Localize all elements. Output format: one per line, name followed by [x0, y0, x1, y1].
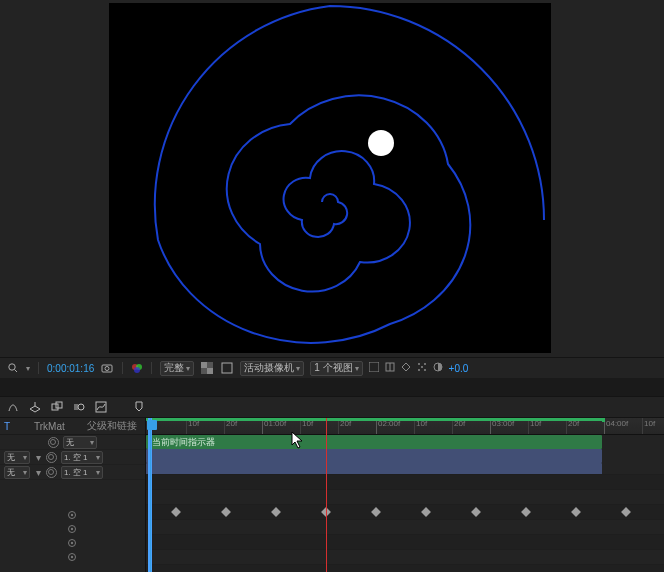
timeline-track-area[interactable]: 10f20f01:00f10f20f02:00f10f20f03:00f10f2… [146, 418, 664, 572]
svg-rect-10 [222, 363, 232, 373]
resolution-label: 完整 [164, 361, 184, 375]
layer-bar-1[interactable]: 当前时间指示器 [146, 435, 602, 449]
pickwhip-icon[interactable] [48, 437, 59, 448]
property-row[interactable] [0, 508, 145, 522]
snapshot-icon[interactable] [100, 361, 114, 375]
keyframe-diamond[interactable] [221, 507, 231, 517]
layer-row-2[interactable]: 无▾ ▾ 1. 空 1▾ [0, 450, 145, 465]
timeline-toolbar [0, 397, 664, 418]
layer-row-1[interactable]: 无▾ [0, 435, 145, 450]
cti-line[interactable] [150, 418, 151, 572]
composition-preview[interactable] [0, 0, 664, 357]
svg-point-34 [71, 556, 73, 558]
track-row[interactable] [146, 535, 664, 550]
svg-line-1 [15, 370, 18, 373]
time-ruler[interactable]: 10f20f01:00f10f20f02:00f10f20f03:00f10f2… [146, 418, 664, 435]
track-row[interactable] [146, 520, 664, 535]
svg-point-16 [424, 363, 426, 365]
svg-rect-11 [369, 362, 379, 372]
svg-point-17 [418, 369, 420, 371]
current-timecode[interactable]: 0:00:01:16 [47, 363, 94, 374]
ruler-tick-label: 10f [644, 419, 655, 428]
property-row[interactable] [0, 522, 145, 536]
parent-dropdown-3[interactable]: 1. 空 1▾ [61, 466, 103, 479]
keyframe-nav-icon[interactable] [66, 551, 78, 563]
svg-point-18 [424, 369, 426, 371]
svg-point-22 [78, 404, 84, 410]
svg-point-3 [105, 367, 109, 371]
spiral-path-graphic [110, 4, 550, 352]
svg-point-14 [421, 366, 423, 368]
timeline-layer-list: T TrkMat 父级和链接 无▾ 无▾ ▾ 1. 空 1▾ 无▾ [0, 418, 146, 572]
mask-toggle-icon[interactable] [220, 361, 234, 375]
exposure-icon[interactable] [433, 362, 443, 374]
svg-point-30 [71, 528, 73, 530]
tool-comp-mini-flow-icon[interactable] [6, 400, 20, 414]
keyframe-diamond[interactable] [621, 507, 631, 517]
transparency-grid-icon[interactable] [200, 361, 214, 375]
keyframe-diamond[interactable] [271, 507, 281, 517]
svg-point-32 [71, 542, 73, 544]
keyframe-nav-icon[interactable] [66, 509, 78, 521]
view-opt-icon-4[interactable] [417, 362, 427, 374]
svg-point-0 [9, 364, 15, 370]
keyframe-diamond[interactable] [521, 507, 531, 517]
property-row[interactable] [0, 536, 145, 550]
resolution-dropdown[interactable]: 完整▾ [160, 361, 194, 376]
exposure-value[interactable]: +0.0 [449, 363, 469, 374]
svg-point-15 [418, 363, 420, 365]
track-row[interactable] [146, 460, 664, 475]
svg-rect-8 [201, 362, 207, 368]
magnify-icon[interactable] [6, 361, 20, 375]
color-channels-icon[interactable] [131, 362, 143, 374]
trkmat-dropdown-3[interactable]: 无▾ [4, 466, 30, 479]
keyframe-diamond[interactable] [371, 507, 381, 517]
track-row[interactable] [146, 475, 664, 490]
view-opt-icon-2[interactable] [385, 362, 395, 374]
keyframe-nav-icon[interactable] [66, 523, 78, 535]
parent-dropdown-1[interactable]: 无▾ [63, 436, 97, 449]
track-row[interactable] [146, 550, 664, 565]
keyframe-diamond[interactable] [171, 507, 181, 517]
view-opt-icon-1[interactable] [369, 362, 379, 374]
pickwhip-icon[interactable] [46, 467, 57, 478]
svg-rect-21 [56, 402, 62, 408]
layer-row-3[interactable]: 无▾ ▾ 1. 空 1▾ [0, 465, 145, 480]
track-row[interactable] [146, 490, 664, 505]
magnify-dropdown[interactable]: ▾ [26, 364, 30, 373]
svg-rect-9 [207, 368, 213, 374]
active-camera-dropdown[interactable]: 活动摄像机▾ [240, 361, 304, 376]
active-camera-label: 活动摄像机 [244, 361, 294, 375]
keyframe-nav-icon[interactable] [66, 537, 78, 549]
view-count-label: 1 个视图 [314, 361, 352, 375]
tool-draft3d-icon[interactable] [28, 400, 42, 414]
svg-point-6 [134, 367, 140, 373]
panel-divider[interactable] [0, 378, 664, 396]
cti-head[interactable] [152, 418, 164, 434]
ruler-tick-label: 04:00f [606, 419, 628, 428]
parent-column-label: 父级和链接 [87, 419, 137, 433]
keyframe-diamond[interactable] [571, 507, 581, 517]
view-count-dropdown[interactable]: 1 个视图▾ [310, 361, 362, 376]
trkmat-column-label: TrkMat [34, 421, 65, 432]
preview-canvas[interactable] [110, 4, 550, 352]
playhead[interactable] [326, 418, 327, 572]
tool-markers-icon[interactable] [132, 400, 146, 414]
parent-dropdown-2[interactable]: 1. 空 1▾ [61, 451, 103, 464]
view-opt-icon-3[interactable] [401, 362, 411, 374]
keyframe-diamond[interactable] [421, 507, 431, 517]
svg-rect-20 [52, 404, 58, 410]
property-row[interactable] [0, 550, 145, 564]
tool-graph-editor-icon[interactable] [94, 400, 108, 414]
timeline-panel: T TrkMat 父级和链接 无▾ 无▾ ▾ 1. 空 1▾ 无▾ [0, 396, 664, 572]
pickwhip-icon[interactable] [46, 452, 57, 463]
tool-frameblend-icon[interactable] [50, 400, 64, 414]
layer-columns-header: T TrkMat 父级和链接 [0, 418, 145, 435]
track-row[interactable] [146, 505, 664, 520]
svg-point-28 [71, 514, 73, 516]
tool-motionblur-icon[interactable] [72, 400, 86, 414]
keyframe-diamond[interactable] [471, 507, 481, 517]
trkmat-dropdown-2[interactable]: 无▾ [4, 451, 30, 464]
cti-tooltip-label: 当前时间指示器 [148, 435, 219, 449]
track-row[interactable] [146, 565, 664, 572]
